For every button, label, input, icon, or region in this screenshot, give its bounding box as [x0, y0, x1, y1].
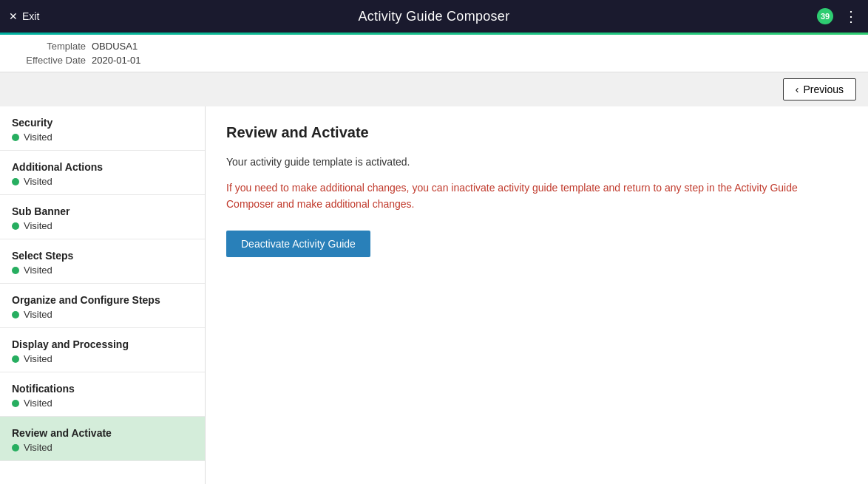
exit-button[interactable]: ✕ Exit [9, 10, 39, 22]
sidebar-item-select-steps[interactable]: Select StepsVisited [0, 239, 205, 284]
sidebar-item-status: Visited [12, 353, 193, 364]
sidebar-item-display-and-processing[interactable]: Display and ProcessingVisited [0, 328, 205, 372]
template-label: Template [12, 41, 86, 52]
chevron-left-icon: ‹ [796, 83, 799, 95]
action-row: ‹ Previous [0, 72, 868, 106]
sidebar-item-label: Display and Processing [12, 338, 193, 350]
exit-icon: ✕ [9, 10, 18, 22]
sidebar-item-status: Visited [12, 442, 193, 453]
effective-date-row: Effective Date 2020-01-01 [12, 55, 856, 66]
deactivate-button[interactable]: Deactivate Activity Guide [226, 231, 370, 257]
sidebar: SecurityVisitedAdditional ActionsVisited… [0, 106, 206, 484]
sidebar-item-status-text: Visited [24, 265, 52, 276]
sidebar-item-status: Visited [12, 309, 193, 320]
sidebar-item-status: Visited [12, 398, 193, 409]
sidebar-item-label: Additional Actions [12, 161, 193, 173]
sidebar-item-status: Visited [12, 132, 193, 143]
topbar: ✕ Exit Activity Guide Composer 39 ⋮ [0, 0, 868, 33]
sidebar-item-label: Select Steps [12, 250, 193, 262]
sidebar-item-status: Visited [12, 176, 193, 187]
sidebar-item-label: Sub Banner [12, 205, 193, 217]
visited-dot-icon [12, 134, 19, 141]
effective-date-value: 2020-01-01 [92, 55, 141, 66]
visited-dot-icon [12, 267, 19, 274]
notifications-bell[interactable]: 39 [817, 8, 833, 24]
visited-dot-icon [12, 311, 19, 318]
activated-text: Your activity guide template is activate… [226, 156, 847, 168]
sidebar-item-notifications[interactable]: NotificationsVisited [0, 372, 205, 417]
meta-info-row: Template OBDUSA1 Effective Date 2020-01-… [0, 35, 868, 72]
sidebar-item-status-text: Visited [24, 132, 52, 143]
sidebar-item-status-text: Visited [24, 442, 52, 453]
sidebar-item-status-text: Visited [24, 176, 52, 187]
effective-date-label: Effective Date [12, 55, 86, 66]
visited-dot-icon [12, 400, 19, 407]
previous-button[interactable]: ‹ Previous [783, 78, 856, 100]
app-title: Activity Guide Composer [359, 9, 510, 24]
sidebar-item-additional-actions[interactable]: Additional ActionsVisited [0, 151, 205, 195]
sidebar-item-status-text: Visited [24, 309, 52, 320]
visited-dot-icon [12, 355, 19, 363]
notification-badge: 39 [817, 8, 833, 24]
topbar-right: 39 ⋮ [817, 7, 859, 25]
template-row: Template OBDUSA1 [12, 41, 856, 52]
sidebar-item-label: Notifications [12, 383, 193, 395]
content-title: Review and Activate [226, 124, 847, 141]
sidebar-item-label: Organize and Configure Steps [12, 294, 193, 306]
sidebar-item-review-and-activate[interactable]: Review and ActivateVisited [0, 417, 205, 461]
sidebar-item-status-text: Visited [24, 220, 52, 231]
visited-dot-icon [12, 178, 19, 185]
sidebar-item-status-text: Visited [24, 353, 52, 364]
sidebar-item-status: Visited [12, 220, 193, 231]
previous-label: Previous [804, 83, 844, 95]
more-options-icon[interactable]: ⋮ [844, 7, 859, 25]
sidebar-item-organize-and-configure-steps[interactable]: Organize and Configure StepsVisited [0, 284, 205, 328]
main-layout: SecurityVisitedAdditional ActionsVisited… [0, 106, 868, 484]
sidebar-item-label: Security [12, 117, 193, 129]
sidebar-item-label: Review and Activate [12, 427, 193, 439]
notice-text: If you need to make additional changes, … [226, 180, 803, 213]
exit-label: Exit [22, 10, 39, 22]
visited-dot-icon [12, 222, 19, 230]
sidebar-item-status-text: Visited [24, 398, 52, 409]
visited-dot-icon [12, 444, 19, 451]
template-value: OBDUSA1 [92, 41, 138, 52]
content-area: Review and Activate Your activity guide … [206, 106, 868, 484]
sidebar-item-status: Visited [12, 265, 193, 276]
sidebar-item-sub-banner[interactable]: Sub BannerVisited [0, 195, 205, 239]
sidebar-item-security[interactable]: SecurityVisited [0, 106, 205, 151]
